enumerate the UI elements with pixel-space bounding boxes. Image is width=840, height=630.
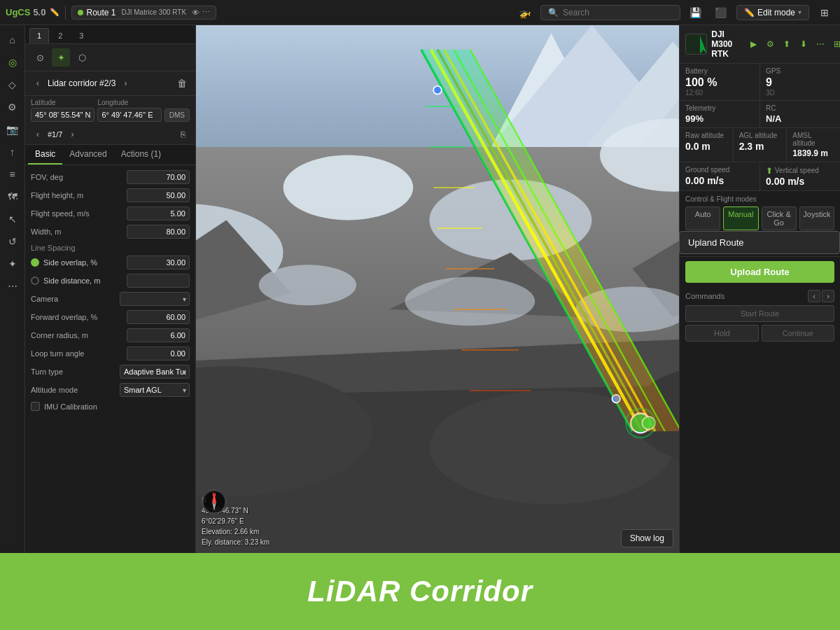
show-log-button[interactable]: Show log bbox=[621, 529, 673, 547]
loop-turn-input[interactable] bbox=[127, 346, 190, 360]
sub-tab-advanced[interactable]: Advanced bbox=[62, 145, 113, 164]
terrain-background bbox=[196, 25, 679, 553]
search-input[interactable] bbox=[563, 8, 673, 18]
altitude-mode-select[interactable]: Smart AGL bbox=[120, 383, 190, 397]
mode-manual[interactable]: Manual bbox=[723, 206, 758, 230]
sidebar-drone2-icon[interactable]: ✦ bbox=[2, 253, 23, 274]
corner-radius-label: Corner radius, m bbox=[31, 331, 124, 340]
side-distance-input[interactable] bbox=[127, 274, 190, 288]
altitude-mode-row: Altitude mode Smart AGL bbox=[25, 381, 195, 399]
search-bar[interactable]: 🔍 bbox=[540, 5, 680, 20]
flight-speed-input[interactable] bbox=[127, 206, 190, 220]
sidebar-upload-icon[interactable]: ↑ bbox=[2, 141, 23, 162]
route-menu-icon[interactable]: ⋯ bbox=[202, 8, 210, 17]
route-tab[interactable]: Route 1 DJI Matrice 300 RTK 👁 ⋯ bbox=[71, 6, 216, 20]
panel-tab-2[interactable]: 2 bbox=[50, 28, 70, 43]
sidebar-route-icon[interactable]: ◎ bbox=[2, 52, 23, 73]
gps-label: GPS bbox=[766, 67, 834, 75]
drone-more-icon[interactable]: ⋯ bbox=[813, 36, 828, 52]
side-overlap-input[interactable] bbox=[127, 255, 190, 270]
width-input[interactable] bbox=[127, 225, 190, 239]
sidebar-waypoint-icon[interactable]: ◇ bbox=[2, 74, 23, 95]
svg-point-19 bbox=[259, 265, 356, 305]
sidebar-home-icon[interactable]: ⌂ bbox=[2, 29, 23, 50]
sidebar-map-icon[interactable]: 🗺 bbox=[2, 186, 23, 207]
sidebar-layers-icon[interactable]: ≡ bbox=[2, 164, 23, 185]
agl-alt-value: 2.3 m bbox=[739, 141, 781, 152]
share-icon[interactable]: ⊞ bbox=[815, 3, 834, 22]
mode-joystick[interactable]: Joystick bbox=[799, 206, 834, 230]
form-fields: FOV, deg Flight height, m Flight speed, … bbox=[25, 165, 195, 553]
vertical-speed-stat: ⬆ Vertical speed 0.00 m/s bbox=[760, 162, 840, 190]
latitude-input[interactable] bbox=[31, 108, 94, 122]
fov-input[interactable] bbox=[127, 170, 190, 184]
drone-expand-icon[interactable]: ⊞ bbox=[830, 36, 840, 52]
continue-button[interactable]: Continue bbox=[762, 325, 835, 342]
commands-arrows: ‹ › bbox=[808, 290, 834, 302]
wp-copy-icon[interactable]: ⎘ bbox=[176, 127, 190, 141]
sidebar-more-icon[interactable]: ⋯ bbox=[2, 276, 23, 297]
loop-turn-row: Loop turn angle bbox=[25, 344, 195, 363]
flight-height-row: Flight height, m bbox=[25, 186, 195, 204]
route-drone-icon[interactable]: ✦ bbox=[52, 48, 70, 66]
loop-turn-label: Loop turn angle bbox=[31, 349, 124, 358]
drone-icon[interactable]: 🚁 bbox=[515, 3, 535, 22]
side-overlap-radio[interactable] bbox=[31, 258, 39, 267]
corridor-delete-icon[interactable]: 🗑 bbox=[174, 76, 190, 91]
corridor-nav: ‹ Lidar corridor #2/3 › bbox=[31, 76, 132, 90]
battery-stat: Battery 100 % 12:60 bbox=[680, 64, 760, 100]
side-distance-radio[interactable] bbox=[31, 276, 39, 285]
corridor-next-icon[interactable]: › bbox=[118, 76, 132, 90]
sidebar-camera-icon[interactable]: 📷 bbox=[2, 119, 23, 140]
mode-clickgo[interactable]: Click & Go bbox=[762, 206, 797, 230]
sidebar-refresh-icon[interactable]: ↺ bbox=[2, 231, 23, 252]
drone-icon-3[interactable]: ⬆ bbox=[779, 36, 794, 52]
camera-select[interactable] bbox=[120, 292, 190, 306]
upload-route-button[interactable]: Upload Route bbox=[685, 261, 834, 283]
route-eye-icon[interactable]: 👁 bbox=[192, 8, 200, 17]
panel-tab-1[interactable]: 1 bbox=[29, 28, 49, 43]
longitude-input[interactable] bbox=[97, 108, 161, 122]
telemetry-stat: Telemetry 99% bbox=[680, 101, 760, 127]
wp-nav: ‹ #1/7 › ⎘ bbox=[25, 125, 195, 145]
route-icons-row: ⊙ ✦ ⬡ bbox=[25, 44, 195, 71]
fwd-overlap-input[interactable] bbox=[127, 310, 190, 324]
svg-text:N: N bbox=[213, 492, 216, 497]
wp-next-icon[interactable]: › bbox=[65, 127, 79, 141]
drone-name: DJI M300 RTK bbox=[711, 29, 746, 59]
sidebar-cursor-icon[interactable]: ↖ bbox=[2, 209, 23, 230]
route-link-icon[interactable]: ⬡ bbox=[73, 48, 91, 66]
hold-button[interactable]: Hold bbox=[685, 325, 759, 342]
turn-type-label: Turn type bbox=[31, 368, 117, 376]
corridor-prev-icon[interactable]: ‹ bbox=[31, 76, 45, 90]
mode-auto[interactable]: Auto bbox=[685, 206, 720, 230]
commands-prev-icon[interactable]: ‹ bbox=[808, 290, 820, 302]
layers-icon[interactable]: ⬛ bbox=[711, 3, 731, 22]
save-icon[interactable]: 💾 bbox=[686, 3, 706, 22]
panel-tab-3[interactable]: 3 bbox=[71, 28, 91, 43]
sub-tab-basic[interactable]: Basic bbox=[28, 145, 62, 164]
svg-rect-47 bbox=[686, 34, 707, 55]
amsl-alt-stat: AMSL altitude 1839.9 m bbox=[787, 128, 840, 162]
drone-icon-1[interactable]: ▶ bbox=[746, 36, 761, 52]
sidebar-settings-icon[interactable]: ⚙ bbox=[2, 97, 23, 118]
compass[interactable]: N bbox=[202, 489, 227, 514]
sub-tab-actions[interactable]: Actions (1) bbox=[114, 145, 168, 164]
edit-pencil-icon[interactable]: ✏️ bbox=[50, 8, 59, 17]
start-route-button[interactable]: Start Route bbox=[685, 305, 834, 322]
turn-type-select[interactable]: Adaptive Bank Turn bbox=[120, 365, 190, 379]
commands-next-icon[interactable]: › bbox=[822, 290, 834, 302]
edit-mode-button[interactable]: ✏️ Edit mode ▾ bbox=[736, 5, 809, 20]
route-wp-icon[interactable]: ⊙ bbox=[31, 48, 49, 66]
flight-height-input[interactable] bbox=[127, 188, 190, 202]
gps-value: 9 bbox=[766, 76, 834, 89]
corner-radius-input[interactable] bbox=[127, 328, 190, 342]
imu-checkbox[interactable] bbox=[31, 402, 40, 411]
dms-button[interactable]: DMS bbox=[164, 108, 190, 122]
drone-header: DJI M300 RTK ▶ ⚙ ⬆ ⬇ ⋯ ⊞ bbox=[680, 25, 840, 64]
drone-icon-2[interactable]: ⚙ bbox=[762, 36, 778, 52]
map-area[interactable]: N 45°08'46.73" N 6°02'29.76" E Elevation… bbox=[196, 25, 679, 553]
wp-prev-icon[interactable]: ‹ bbox=[31, 127, 45, 141]
drone-icon-4[interactable]: ⬇ bbox=[796, 36, 811, 52]
corridor-header: ‹ Lidar corridor #2/3 › 🗑 bbox=[25, 71, 195, 96]
